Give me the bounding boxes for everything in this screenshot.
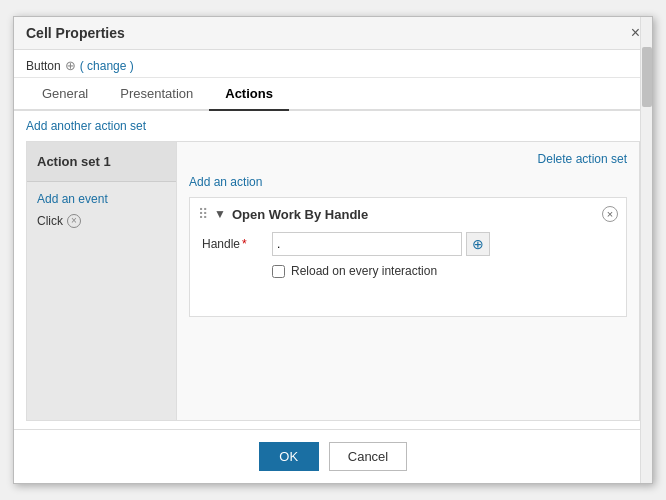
tab-presentation[interactable]: Presentation [104,78,209,111]
handle-field-row: Handle* ⊕ [198,232,618,256]
delete-action-set-link[interactable]: Delete action set [538,152,627,166]
event-section: Add an event Click × [27,182,176,238]
reload-checkbox[interactable] [272,265,285,278]
dialog-footer: OK Cancel [14,429,652,483]
scrollbar[interactable] [640,17,652,483]
tab-actions[interactable]: Actions [209,78,289,111]
main-content: Action set 1 Add an event Click × Delete… [26,141,640,421]
action-header: ⠿ ▼ Open Work By Handle × [198,206,618,222]
ok-button[interactable]: OK [259,442,319,471]
required-star: * [242,237,247,251]
handle-label: Handle* [202,237,272,251]
dialog-title: Cell Properties [26,25,125,41]
action-block: ⠿ ▼ Open Work By Handle × Handle* ⊕ [189,197,627,317]
action-name-label: Open Work By Handle [232,207,596,222]
dialog-subtitle: Button ⊕ ( change ) [14,50,652,78]
dialog-titlebar: Cell Properties × [14,17,652,50]
handle-input-wrapper: ⊕ [272,232,490,256]
change-link[interactable]: ( change ) [80,59,134,73]
sidebar: Action set 1 Add an event Click × [27,142,177,420]
scrollbar-thumb[interactable] [642,47,652,107]
click-event-item: Click × [37,214,166,228]
add-another-action-set[interactable]: Add another action set [14,111,652,141]
add-event-link[interactable]: Add an event [37,192,166,206]
element-type-label: Button [26,59,61,73]
dialog-close-button[interactable]: × [631,25,640,41]
click-event-remove-icon[interactable]: × [67,214,81,228]
add-action-link[interactable]: Add an action [189,175,262,189]
tab-general[interactable]: General [26,78,104,111]
reload-label: Reload on every interaction [291,264,437,278]
handle-pick-button[interactable]: ⊕ [466,232,490,256]
right-panel: Delete action set Add an action ⠿ ▼ Open… [177,142,639,420]
tabs-bar: General Presentation Actions [14,78,652,111]
cancel-button[interactable]: Cancel [329,442,407,471]
action-close-icon[interactable]: × [602,206,618,222]
drag-handle-icon[interactable]: ⠿ [198,206,208,222]
cell-properties-dialog: Cell Properties × Button ⊕ ( change ) Ge… [13,16,653,484]
reload-checkbox-row: Reload on every interaction [198,264,618,278]
element-icon: ⊕ [65,58,76,73]
handle-input[interactable] [272,232,462,256]
collapse-arrow-icon[interactable]: ▼ [214,207,226,221]
click-event-label: Click [37,214,63,228]
delete-action-set-row: Delete action set [189,152,627,166]
action-set-label: Action set 1 [27,142,176,182]
